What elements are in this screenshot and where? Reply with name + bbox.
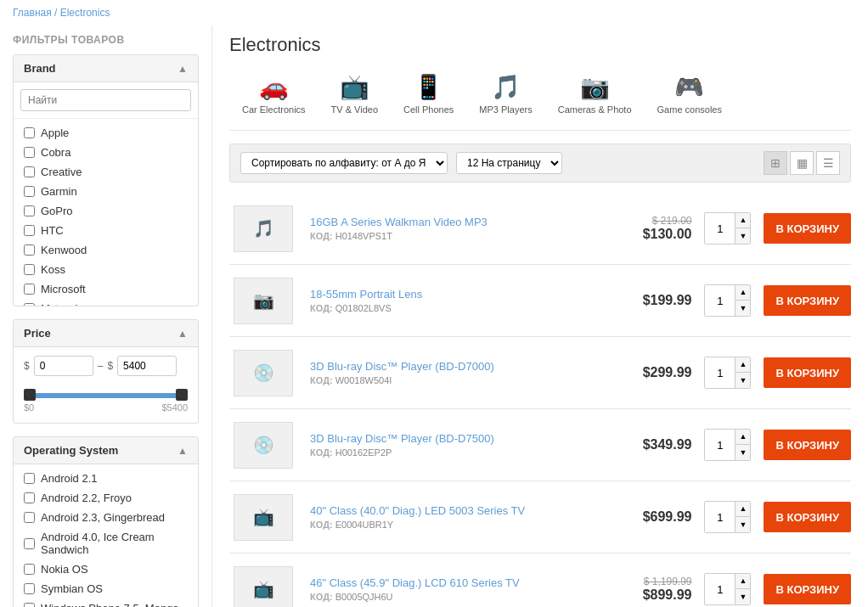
- os-label[interactable]: Android 2.3, Gingerbread: [41, 511, 165, 524]
- brand-search-input[interactable]: [20, 89, 191, 111]
- view-list-button[interactable]: ☰: [816, 151, 840, 175]
- product-image: 💿: [229, 347, 297, 398]
- brand-checkbox[interactable]: [24, 127, 35, 138]
- os-filter-item: Android 4.0, Ice Cream Sandwich: [14, 527, 198, 559]
- brand-label[interactable]: Creative: [41, 166, 82, 178]
- brand-label[interactable]: GoPro: [41, 205, 73, 217]
- brand-filter-header[interactable]: Brand ▲: [14, 55, 198, 82]
- brand-label[interactable]: Microsoft: [41, 283, 86, 295]
- os-label[interactable]: Windows Phone 7.5, Mango: [41, 602, 179, 607]
- breadcrumb-current: Electronics: [60, 7, 110, 19]
- product-qty-down[interactable]: ▼: [735, 373, 750, 388]
- brand-label[interactable]: Cobra: [41, 146, 70, 159]
- product-qty-wrap[interactable]: ▲ ▼: [704, 573, 751, 605]
- view-grid-2-button[interactable]: ⊞: [764, 151, 787, 175]
- os-checkbox[interactable]: [24, 538, 35, 549]
- add-to-cart-button[interactable]: В КОРЗИНУ: [764, 213, 851, 244]
- category-item[interactable]: 🎮Game consoles: [645, 69, 735, 121]
- category-item[interactable]: 📷Cameras & Photo: [545, 69, 645, 121]
- category-item[interactable]: 📺TV & Video: [318, 69, 391, 121]
- product-qty-up[interactable]: ▲: [735, 357, 750, 373]
- price-filter-header[interactable]: Price ▲: [14, 320, 198, 347]
- os-checkbox[interactable]: [24, 583, 35, 594]
- view-grid-1-button[interactable]: ▦: [790, 151, 814, 175]
- product-image: 🎵: [229, 203, 297, 254]
- sort-select[interactable]: Сортировать по алфавиту: от А до ЯСортир…: [240, 152, 448, 174]
- product-qty-up[interactable]: ▲: [735, 285, 750, 301]
- breadcrumb-home[interactable]: Главная: [13, 7, 52, 19]
- product-qty-wrap[interactable]: ▲ ▼: [704, 501, 751, 533]
- os-checkbox[interactable]: [24, 473, 35, 484]
- brand-label[interactable]: Koss: [41, 263, 65, 276]
- brand-label[interactable]: HTC: [41, 224, 64, 237]
- brand-checkbox[interactable]: [24, 244, 35, 256]
- product-qty-up[interactable]: ▲: [735, 430, 750, 445]
- add-to-cart-button[interactable]: В КОРЗИНУ: [764, 430, 851, 460]
- price-slider[interactable]: [24, 393, 188, 398]
- os-filter-header[interactable]: Operating System ▲: [14, 437, 198, 464]
- product-qty-down[interactable]: ▼: [735, 301, 750, 316]
- product-qty-down[interactable]: ▼: [735, 445, 750, 460]
- brand-checkbox[interactable]: [24, 303, 35, 306]
- os-chevron-icon: ▲: [178, 445, 188, 457]
- price-slider-handle-left[interactable]: [24, 389, 36, 401]
- category-item[interactable]: 📱Cell Phones: [391, 69, 466, 121]
- os-label[interactable]: Android 2.1: [41, 472, 98, 485]
- product-qty-wrap[interactable]: ▲ ▼: [704, 212, 751, 244]
- product-qty-input[interactable]: [705, 574, 735, 604]
- product-name[interactable]: 18-55mm Portrait Lens: [310, 288, 422, 301]
- product-code-label: КОД:: [310, 592, 335, 602]
- sidebar: ФИЛЬТРЫ ТОВАРОВ Brand ▲ AppleCobraCreati…: [0, 25, 212, 607]
- add-to-cart-button[interactable]: В КОРЗИНУ: [764, 574, 851, 604]
- product-qty-up[interactable]: ▲: [735, 574, 750, 589]
- os-label[interactable]: Android 4.0, Ice Cream Sandwich: [41, 531, 188, 556]
- product-qty-wrap[interactable]: ▲ ▼: [704, 284, 751, 317]
- product-name[interactable]: 16GB A Series Walkman Video MP3: [310, 216, 488, 228]
- os-checkbox[interactable]: [24, 492, 35, 503]
- product-qty-input[interactable]: [705, 357, 735, 388]
- os-label[interactable]: Symbian OS: [41, 582, 103, 595]
- price-max-input[interactable]: [117, 356, 177, 376]
- product-name[interactable]: 3D Blu-ray Disc™ Player (BD-D7500): [310, 432, 494, 445]
- product-name[interactable]: 3D Blu-ray Disc™ Player (BD-D7000): [310, 360, 494, 373]
- os-label[interactable]: Android 2.2, Froyo: [41, 492, 132, 504]
- product-name[interactable]: 46" Class (45.9" Diag.) LCD 610 Series T…: [310, 576, 520, 589]
- add-to-cart-button[interactable]: В КОРЗИНУ: [764, 285, 851, 316]
- brand-label[interactable]: Motorola: [41, 302, 84, 306]
- product-qty-input[interactable]: [705, 502, 735, 532]
- price-min-symbol: $: [24, 360, 30, 372]
- product-qty-input[interactable]: [705, 213, 735, 244]
- product-qty-down[interactable]: ▼: [735, 517, 750, 532]
- product-qty-down[interactable]: ▼: [735, 589, 750, 604]
- product-qty-up[interactable]: ▲: [735, 213, 750, 228]
- price-min-input[interactable]: [34, 356, 93, 376]
- brand-label[interactable]: Garmin: [41, 185, 77, 198]
- brand-checkbox[interactable]: [24, 225, 35, 236]
- price-slider-handle-right[interactable]: [176, 389, 188, 401]
- add-to-cart-button[interactable]: В КОРЗИНУ: [764, 357, 851, 388]
- brand-checkbox[interactable]: [24, 147, 35, 158]
- os-checkbox[interactable]: [24, 564, 35, 575]
- os-checkbox[interactable]: [24, 603, 35, 607]
- os-checkbox[interactable]: [24, 512, 35, 523]
- brand-label[interactable]: Kenwood: [41, 244, 87, 256]
- category-item[interactable]: 🚗Car Electronics: [229, 69, 318, 121]
- os-label[interactable]: Nokia OS: [41, 563, 88, 576]
- product-qty-wrap[interactable]: ▲ ▼: [704, 429, 751, 461]
- brand-checkbox[interactable]: [24, 186, 35, 197]
- product-name[interactable]: 40" Class (40.0" Diag.) LED 5003 Series …: [310, 504, 525, 517]
- product-qty-input[interactable]: [705, 430, 735, 460]
- category-label: Game consoles: [657, 104, 722, 115]
- product-qty-down[interactable]: ▼: [735, 228, 750, 244]
- brand-checkbox[interactable]: [24, 284, 35, 295]
- product-qty-input[interactable]: [705, 285, 735, 316]
- add-to-cart-button[interactable]: В КОРЗИНУ: [764, 502, 851, 532]
- category-item[interactable]: 🎵MP3 Players: [466, 69, 544, 121]
- brand-checkbox[interactable]: [24, 166, 35, 177]
- brand-label[interactable]: Apple: [41, 126, 69, 139]
- brand-checkbox[interactable]: [24, 205, 35, 216]
- product-qty-wrap[interactable]: ▲ ▼: [704, 357, 751, 389]
- per-page-select[interactable]: 12 На страницу24 На страницу36 На страни…: [456, 152, 562, 174]
- brand-checkbox[interactable]: [24, 264, 35, 275]
- product-qty-up[interactable]: ▲: [735, 502, 750, 517]
